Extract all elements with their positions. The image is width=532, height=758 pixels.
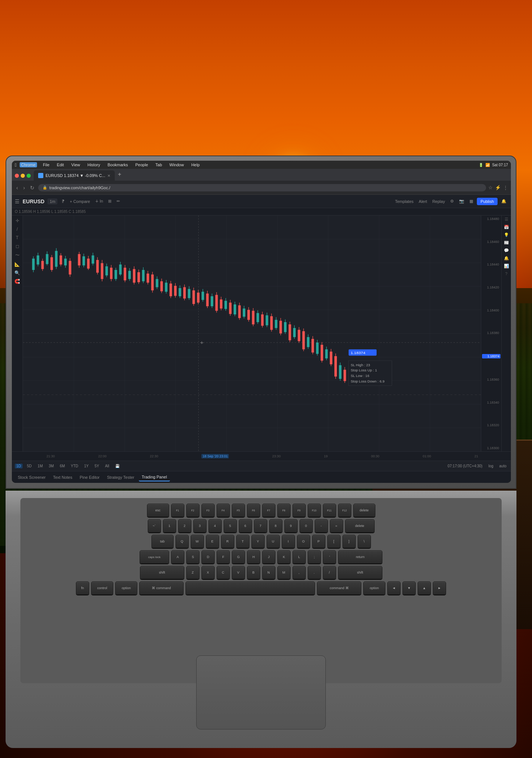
star-icon[interactable]: ☆ [488, 185, 493, 190]
e-key[interactable]: E [206, 535, 219, 548]
menu-bookmarks[interactable]: Bookmarks [106, 162, 129, 167]
zoom-tool[interactable]: 🔍 [13, 269, 21, 277]
slash-key[interactable]: / [323, 566, 336, 579]
url-bar[interactable]: 🔒 tradingview.com/chart/ailyh9Goc./ [38, 184, 486, 191]
cursor-tool[interactable]: ✛ [13, 217, 21, 224]
magnet-tool[interactable]: 🧲 [13, 278, 21, 285]
9-key[interactable]: 9 [284, 519, 298, 532]
save-icon[interactable]: 💾 [115, 464, 120, 468]
compare-btn[interactable]: + Compare [68, 198, 91, 204]
minus-key[interactable]: - [315, 519, 328, 532]
menu-people[interactable]: People [134, 162, 150, 167]
period-1m[interactable]: 1M [36, 464, 44, 468]
left-command-key[interactable]: ⌘ command [139, 581, 184, 595]
menu-chrome[interactable]: Chrome [20, 162, 37, 167]
j-key[interactable]: J [262, 550, 275, 564]
tab-key[interactable]: tab [151, 535, 174, 548]
help-icon[interactable]: ? [505, 271, 507, 276]
period-all[interactable]: All [104, 464, 111, 468]
right-arrow-key[interactable]: ► [433, 581, 446, 595]
period-5y[interactable]: 5Y [93, 464, 101, 468]
7-key[interactable]: 7 [254, 519, 267, 532]
t-key[interactable]: T [236, 535, 250, 548]
period-5d[interactable]: 5D [26, 464, 33, 468]
maximize-window-button[interactable] [27, 174, 31, 178]
o-key[interactable]: O [297, 535, 310, 548]
right-shift-key[interactable]: shift [338, 566, 382, 579]
minimize-window-button[interactable] [21, 174, 25, 178]
data-icon[interactable]: 📊 [504, 264, 509, 268]
calendar-icon[interactable]: 📅 [504, 225, 509, 230]
f2-key[interactable]: F2 [186, 504, 200, 517]
quote-key[interactable]: ' [323, 550, 336, 564]
period-6m[interactable]: 6M [58, 464, 66, 468]
m-key[interactable]: M [277, 566, 291, 579]
esc-key[interactable]: esc [147, 504, 169, 517]
grid-btn[interactable]: ⊞ [107, 198, 113, 204]
alert2-icon[interactable]: 🔔 [504, 256, 509, 261]
f5-key[interactable]: F5 [232, 504, 245, 517]
replay-btn[interactable]: Replay [431, 198, 446, 204]
delete2-key[interactable]: delete [345, 519, 375, 532]
i-key[interactable]: I [282, 535, 295, 548]
p-key[interactable]: P [312, 535, 325, 548]
left-arrow-key[interactable]: ◄ [387, 581, 401, 595]
log-btn[interactable]: log [487, 464, 495, 468]
equals-key[interactable]: = [330, 519, 343, 532]
menu-icon[interactable]: ⋮ [503, 185, 508, 190]
down-arrow-key[interactable]: ▼ [402, 581, 416, 595]
6-key[interactable]: 6 [239, 519, 252, 532]
ideas-icon[interactable]: 💡 [504, 233, 509, 237]
v-key[interactable]: V [232, 566, 245, 579]
period-1d[interactable]: 1D [15, 464, 23, 468]
period-key[interactable]: . [308, 566, 321, 579]
camera-icon[interactable]: 📷 [458, 198, 466, 204]
f6-key[interactable]: F6 [247, 504, 260, 517]
l-key[interactable]: L [292, 550, 306, 564]
layout-icon[interactable]: ▦ [468, 198, 475, 204]
return-key[interactable]: return [338, 550, 382, 564]
publish-button[interactable]: Publish [477, 198, 498, 205]
period-3m[interactable]: 3M [47, 464, 56, 468]
menu-edit[interactable]: Edit [56, 162, 66, 167]
menu-view[interactable]: View [70, 162, 82, 167]
tab-strategy-tester[interactable]: Strategy Tester [104, 474, 137, 481]
x-key[interactable]: X [201, 566, 215, 579]
browser-tab-active[interactable]: EURUSD 1.18374 ▼ -0.09% C... ✕ [34, 170, 115, 181]
alert-btn[interactable]: Alert [417, 198, 429, 204]
1-key[interactable]: 1 [163, 519, 176, 532]
space-key[interactable] [185, 581, 315, 595]
b-key[interactable]: B [247, 566, 260, 579]
bracket-right-key[interactable]: ] [342, 535, 356, 548]
text-tool[interactable]: T [13, 234, 21, 241]
shape-tool[interactable]: ◻ [13, 243, 21, 250]
line-tool[interactable]: / [13, 226, 21, 233]
f1-key[interactable]: F1 [171, 504, 184, 517]
tab-close-button[interactable]: ✕ [107, 174, 110, 178]
g-key[interactable]: G [232, 550, 245, 564]
d-key[interactable]: D [201, 550, 215, 564]
tab-text-notes[interactable]: Text Notes [50, 474, 75, 481]
notifications-icon[interactable]: 🔔 [500, 198, 508, 204]
r-key[interactable]: R [221, 535, 234, 548]
measure-tool[interactable]: 📐 [13, 261, 21, 268]
indicator-btn[interactable]: ⁋ [60, 198, 66, 204]
caps-lock-key[interactable]: caps lock [140, 550, 169, 564]
f10-key[interactable]: F10 [308, 504, 321, 517]
y-key[interactable]: Y [251, 535, 265, 548]
h-key[interactable]: H [247, 550, 260, 564]
bracket-left-key[interactable]: [ [327, 535, 341, 548]
n-key[interactable]: N [262, 566, 275, 579]
s-key[interactable]: S [186, 550, 200, 564]
auto-btn[interactable]: auto [498, 464, 508, 468]
hamburger-menu-icon[interactable]: ☰ [15, 198, 20, 204]
extensions-icon[interactable]: ⚡ [495, 185, 501, 190]
control-key[interactable]: control [91, 581, 113, 595]
z-key[interactable]: Z [186, 566, 200, 579]
k-key[interactable]: K [277, 550, 291, 564]
settings-icon[interactable]: ⚙ [449, 198, 455, 204]
u-key[interactable]: U [267, 535, 280, 548]
comma-key[interactable]: , [292, 566, 306, 579]
q-key[interactable]: Q [175, 535, 189, 548]
f4-key[interactable]: F4 [217, 504, 230, 517]
